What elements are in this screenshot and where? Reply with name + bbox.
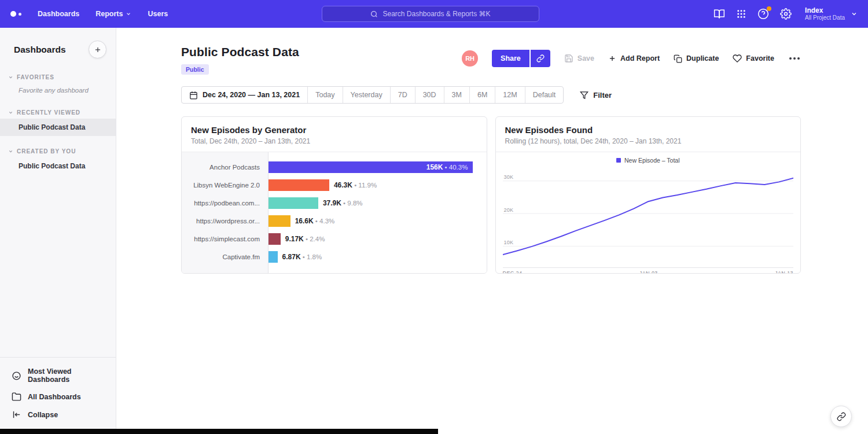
calendar-icon (189, 91, 198, 100)
most-viewed-dashboards-button[interactable]: Most Viewed Dashboards (0, 363, 116, 388)
nav-users[interactable]: Users (148, 10, 168, 18)
created-label: CREATED BY YOU (17, 148, 76, 155)
bar[interactable] (269, 197, 318, 209)
chevron-down-icon (8, 110, 13, 115)
sidebar: Dashboards FAVORITES Favorite any dashbo… (0, 28, 116, 434)
recent-section-header[interactable]: RECENTLY VIEWED (0, 106, 116, 119)
y-axis-tick-label: 30K (504, 174, 514, 180)
y-axis-tick-label: 10K (504, 240, 514, 245)
apps-grid-icon[interactable] (736, 9, 746, 19)
add-report-label: Add Report (620, 54, 660, 62)
save-label: Save (578, 54, 594, 62)
favorites-section-header[interactable]: FAVORITES (0, 71, 116, 83)
body-row: Dashboards FAVORITES Favorite any dashbo… (0, 28, 868, 434)
sidebar-item-public-podcast-data[interactable]: Public Podcast Data (0, 157, 116, 175)
preset-12m[interactable]: 12M (495, 87, 524, 103)
more-options-button[interactable] (788, 55, 801, 62)
bar[interactable] (269, 215, 290, 227)
bar-row: https://simplecast.com9.17K • 2.4% (182, 230, 479, 248)
bar-track: 37.9K • 9.8% (268, 197, 479, 209)
bar-chart[interactable]: Anchor Podcasts156K • 40.3%Libsyn WebEng… (182, 152, 487, 273)
bar-category-label: Anchor Podcasts (182, 164, 268, 171)
filter-button[interactable]: Filter (580, 91, 612, 100)
nav-dashboards-label: Dashboards (38, 10, 79, 18)
legend-label: New Episode – Total (624, 157, 680, 164)
date-range-label: Dec 24, 2020 — Jan 13, 2021 (203, 91, 300, 99)
preset-3m[interactable]: 3M (444, 87, 469, 103)
project-switcher[interactable]: Index All Project Data (805, 6, 858, 21)
notification-dot (767, 6, 771, 11)
bar-chart-subtitle: Total, Dec 24th, 2020 – Jan 13th, 2021 (191, 137, 477, 145)
sidebar-title: Dashboards (14, 45, 66, 55)
bar-row: Libsyn WebEngine 2.046.3K • 11.9% (182, 176, 479, 194)
chevron-down-icon (8, 75, 13, 80)
bar-row: Anchor Podcasts156K • 40.3% (182, 158, 479, 176)
folder-icon (12, 392, 21, 402)
bar[interactable] (269, 233, 281, 245)
save-button[interactable]: Save (564, 54, 594, 63)
preset-7d[interactable]: 7D (390, 87, 415, 103)
x-tick-dec-24: DEC 24 (503, 270, 523, 274)
project-text: Index All Project Data (805, 6, 845, 21)
plus-icon (608, 54, 616, 62)
search-input[interactable]: Search Dashboards & Reports ⌘K (322, 6, 539, 22)
bar-value-label: 6.87K • 1.8% (282, 253, 322, 261)
all-dashboards-button[interactable]: All Dashboards (0, 388, 116, 406)
plus-icon (94, 46, 102, 54)
preset-yesterday[interactable]: Yesterday (343, 87, 390, 103)
page-header: Public Podcast Data Public RH Share (181, 45, 801, 75)
recent-label: RECENTLY VIEWED (17, 109, 80, 116)
all-dashboards-label: All Dashboards (28, 393, 81, 401)
help-icon[interactable] (757, 8, 769, 20)
app-window: Dashboards Reports Users Search Dashboar… (0, 0, 868, 434)
most-viewed-label: Most Viewed Dashboards (28, 367, 104, 384)
bar[interactable] (269, 179, 329, 191)
line-chart[interactable]: New Episode – Total 10K20K30K DEC 24 JAN… (496, 152, 801, 274)
nav-reports-label: Reports (95, 10, 123, 18)
preset-30d[interactable]: 30D (415, 87, 444, 103)
line-chart-plot[interactable]: 10K20K30K (503, 170, 794, 268)
collapse-sidebar-button[interactable]: Collapse (0, 406, 116, 424)
floating-link-button[interactable] (830, 406, 852, 427)
sidebar-section-recent: RECENTLY VIEWED Public Podcast Data (0, 106, 116, 136)
bar[interactable]: 156K • 40.3% (269, 161, 473, 173)
add-report-button[interactable]: Add Report (608, 54, 660, 62)
bar[interactable] (269, 251, 278, 263)
docs-icon[interactable] (713, 8, 725, 20)
screen-edge-artifact (0, 429, 438, 434)
nav-reports[interactable]: Reports (95, 10, 131, 18)
title-block: Public Podcast Data Public (181, 45, 299, 75)
preset-6m[interactable]: 6M (469, 87, 495, 103)
link-icon (536, 54, 545, 62)
created-section-header[interactable]: CREATED BY YOU (0, 145, 116, 157)
main-content: Public Podcast Data Public RH Share (116, 28, 868, 434)
bar-category-label: Captivate.fm (182, 253, 268, 260)
favorites-empty-hint: Favorite any dashboard (0, 83, 116, 97)
preset-default[interactable]: Default (525, 87, 564, 103)
avatar[interactable]: RH (462, 50, 478, 67)
settings-gear-icon[interactable] (780, 8, 792, 20)
legend-swatch (616, 158, 621, 163)
favorites-label: FAVORITES (17, 74, 54, 80)
favorite-button[interactable]: Favorite (733, 54, 774, 63)
project-scope: All Project Data (805, 14, 845, 21)
date-range-button[interactable]: Dec 24, 2020 — Jan 13, 2021 (182, 87, 307, 103)
add-dashboard-button[interactable] (89, 41, 106, 58)
nav-dashboards[interactable]: Dashboards (38, 10, 79, 18)
y-axis-tick-label: 20K (504, 207, 514, 213)
share-button[interactable]: Share (492, 50, 529, 67)
bar-chart-title: New Episodes by Generator (191, 125, 477, 135)
share-link-button[interactable] (531, 50, 550, 67)
bar-track: 156K • 40.3% (268, 161, 479, 173)
series-line (503, 178, 794, 255)
header-actions: RH Share Save Ad (462, 50, 801, 67)
date-controls: Dec 24, 2020 — Jan 13, 2021 Today Yester… (181, 86, 801, 104)
mode-logo[interactable] (10, 11, 21, 17)
sidebar-item-public-podcast-data[interactable]: Public Podcast Data (0, 119, 116, 136)
duplicate-button[interactable]: Duplicate (674, 54, 719, 63)
chevron-down-icon (851, 10, 858, 17)
bar-category-label: https://podbean.com... (182, 200, 268, 207)
search-placeholder: Search Dashboards & Reports ⌘K (382, 10, 490, 18)
search-icon (370, 10, 378, 18)
preset-today[interactable]: Today (307, 87, 342, 103)
